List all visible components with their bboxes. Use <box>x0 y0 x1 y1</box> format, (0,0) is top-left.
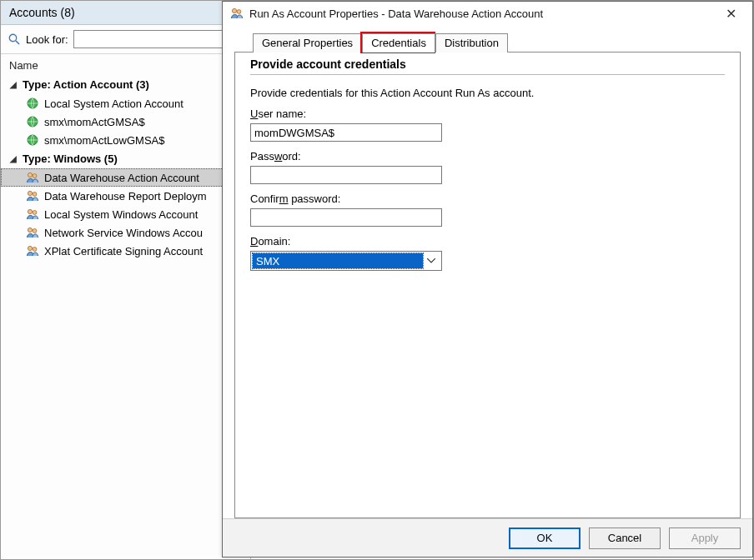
section-title: Provide account credentials <box>250 58 725 71</box>
domain-value: SMX <box>253 253 423 268</box>
group-action-account[interactable]: ◢ Type: Action Account (3) <box>1 75 250 94</box>
lookfor-row: Look for: <box>1 25 250 54</box>
apply-button[interactable]: Apply <box>669 528 741 549</box>
dialog-footer: OK Cancel Apply <box>223 518 752 557</box>
ok-button[interactable]: OK <box>509 528 581 549</box>
tab-credentials[interactable]: Credentials <box>362 33 435 52</box>
list-item[interactable]: XPlat Certificate Signing Account <box>1 242 250 260</box>
globe-icon <box>26 115 39 128</box>
runas-properties-dialog: Run As Account Properties - Data Warehou… <box>222 1 753 558</box>
svg-point-5 <box>28 172 32 177</box>
svg-point-11 <box>28 228 32 232</box>
dialog-title: Run As Account Properties - Data Warehou… <box>249 8 543 20</box>
users-icon <box>26 226 39 239</box>
accounts-header: Accounts (8) <box>1 1 250 25</box>
list-item-label: Data Warehouse Report Deploym <box>44 190 207 202</box>
list-item-label: Local System Windows Account <box>44 208 198 221</box>
caret-down-icon: ◢ <box>9 80 18 89</box>
list-item[interactable]: smx\momActGMSA$ <box>1 112 250 131</box>
svg-point-0 <box>9 34 16 41</box>
divider <box>250 74 725 75</box>
list-item[interactable]: Data Warehouse Action Account <box>1 168 250 187</box>
svg-point-12 <box>33 229 37 233</box>
group-label: Type: Windows (5) <box>23 152 118 165</box>
titlebar[interactable]: Run As Account Properties - Data Warehou… <box>223 2 752 25</box>
svg-point-8 <box>33 192 37 197</box>
list-item-label: Data Warehouse Action Account <box>44 172 199 184</box>
password-input[interactable] <box>250 166 442 184</box>
close-button[interactable]: ✕ <box>712 2 749 25</box>
list-item[interactable]: Network Service Windows Accou <box>1 223 250 242</box>
caret-down-icon: ◢ <box>9 154 18 163</box>
svg-point-15 <box>232 8 236 12</box>
search-input[interactable] <box>73 30 244 48</box>
svg-point-9 <box>28 209 32 213</box>
tab-strip: General Properties Credentials Distribut… <box>234 30 741 52</box>
close-icon: ✕ <box>726 6 736 22</box>
app-window: Accounts (8) Look for: Name ◢ Type: Acti… <box>0 0 754 560</box>
chevron-down-icon <box>423 252 440 270</box>
list-item[interactable]: Data Warehouse Report Deploym <box>1 187 250 205</box>
tab-panel-credentials: Provide account credentials Provide cred… <box>234 52 741 518</box>
users-icon <box>229 6 244 21</box>
list-item-label: smx\momActGMSA$ <box>44 116 145 128</box>
list-item-label: Network Service Windows Accou <box>44 227 203 239</box>
svg-point-14 <box>33 248 37 252</box>
group-windows[interactable]: ◢ Type: Windows (5) <box>1 149 250 168</box>
list-item[interactable]: smx\momActLowGMSA$ <box>1 131 250 149</box>
lookfor-label: Look for: <box>26 33 68 46</box>
list-item-label: smx\momActLowGMSA$ <box>44 134 164 147</box>
search-icon <box>8 32 21 46</box>
password-label: Password: <box>250 150 725 162</box>
list-item-label: XPlat Certificate Signing Account <box>44 245 203 258</box>
globe-icon <box>26 133 39 147</box>
domain-combobox[interactable]: SMX <box>250 251 442 271</box>
tab-general-properties[interactable]: General Properties <box>253 33 362 52</box>
svg-line-1 <box>16 41 19 44</box>
list-item[interactable]: Local System Action Account <box>1 94 250 112</box>
domain-label: Domain: <box>250 235 725 248</box>
svg-point-6 <box>33 174 37 178</box>
svg-point-16 <box>237 10 241 14</box>
globe-icon <box>26 97 39 110</box>
users-icon <box>26 244 39 258</box>
users-icon <box>26 189 39 202</box>
column-header-name[interactable]: Name <box>1 54 250 75</box>
cancel-button[interactable]: Cancel <box>589 528 661 549</box>
svg-point-10 <box>33 211 37 215</box>
section-description: Provide credentials for this Action Acco… <box>250 87 725 99</box>
list-item-label: Local System Action Account <box>44 98 183 110</box>
username-label: User name: <box>250 108 725 120</box>
username-input[interactable] <box>250 123 442 142</box>
list-item[interactable]: Local System Windows Account <box>1 205 250 223</box>
users-icon <box>26 208 39 221</box>
users-icon <box>26 171 39 184</box>
accounts-panel: Accounts (8) Look for: Name ◢ Type: Acti… <box>1 1 251 559</box>
dialog-body: General Properties Credentials Distribut… <box>223 25 752 518</box>
svg-point-7 <box>28 191 32 195</box>
confirm-password-input[interactable] <box>250 208 442 227</box>
tab-distribution[interactable]: Distribution <box>435 33 508 52</box>
svg-point-13 <box>28 246 32 250</box>
confirm-password-label: Confirm password: <box>250 192 725 205</box>
group-label: Type: Action Account (3) <box>23 78 149 91</box>
